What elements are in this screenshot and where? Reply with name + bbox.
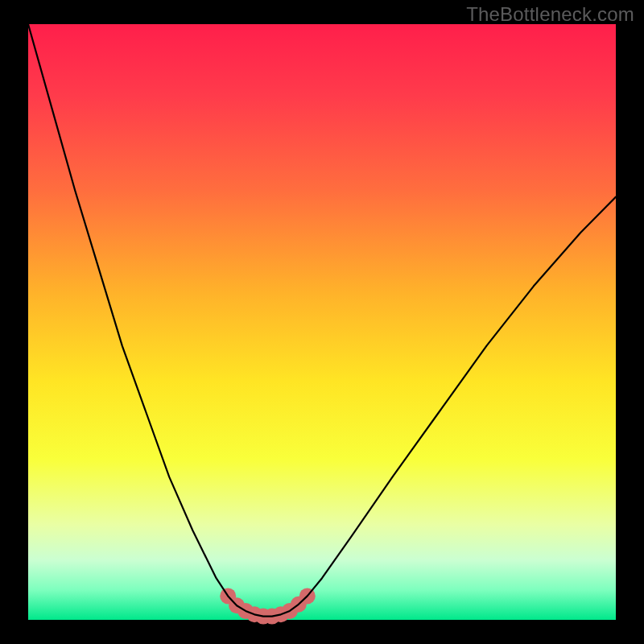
- watermark-label: TheBottleneck.com: [466, 3, 634, 26]
- plot-gradient-area: [28, 24, 616, 620]
- bottleneck-chart: [0, 0, 644, 644]
